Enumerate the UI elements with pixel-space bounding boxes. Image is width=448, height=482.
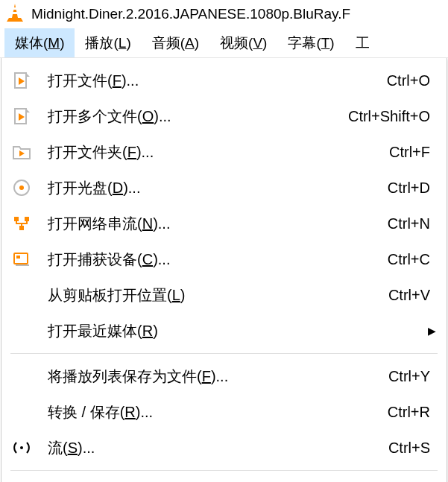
menu-item-label: 打开文件(F)... [48, 71, 387, 91]
menu-item-label: 打开网络串流(N)... [48, 214, 388, 234]
svg-marker-8 [26, 109, 30, 112]
folder-play-icon [12, 142, 31, 162]
network-icon [12, 214, 31, 233]
blank-icon [12, 321, 31, 340]
menu-item-shortcut: Ctrl+S [388, 440, 430, 457]
svg-point-12 [19, 185, 24, 190]
vlc-cone-icon [6, 3, 24, 26]
disc-icon [12, 178, 31, 197]
menu-item-shortcut: Ctrl+D [388, 180, 430, 197]
menubar-item-tools[interactable]: 工 [345, 28, 380, 57]
menu-item-open-recent[interactable]: 打开最近媒体(R) ▶ [1, 313, 447, 349]
menu-item-shortcut: Ctrl+Shift+O [348, 108, 430, 125]
menu-item-shortcut: Ctrl+V [388, 287, 430, 304]
window-titlebar: Midnight.Diner.2.2016.JAPANESE.1080p.Blu… [0, 0, 448, 28]
menu-item-label: 打开最近媒体(R) [48, 321, 430, 341]
menubar-item-subtitle[interactable]: 字幕(T) [277, 28, 344, 57]
window-title: Midnight.Diner.2.2016.JAPANESE.1080p.Blu… [31, 6, 350, 22]
capture-device-icon [12, 250, 31, 269]
menu-item-label: 打开捕获设备(C)... [48, 250, 388, 270]
menubar: 媒体(M) 播放(L) 音频(A) 视频(V) 字幕(T) 工 [0, 28, 448, 58]
menu-item-shortcut: Ctrl+R [388, 404, 430, 421]
menu-item-label: 打开光盘(D)... [48, 178, 388, 198]
menu-item-label: 将播放列表保存为文件(F)... [48, 367, 388, 387]
menu-item-open-clipboard[interactable]: 从剪贴板打开位置(L) Ctrl+V [1, 277, 447, 313]
svg-marker-0 [12, 4, 18, 18]
menu-item-label: 转换 / 保存(R)... [48, 402, 388, 422]
stream-icon [12, 438, 31, 457]
menu-item-label: 流(S)... [48, 438, 388, 458]
svg-rect-16 [14, 253, 28, 264]
menu-item-stream[interactable]: 流(S)... Ctrl+S [1, 430, 447, 466]
file-play-icon [12, 107, 31, 126]
svg-rect-14 [25, 217, 29, 221]
menu-item-save-playlist[interactable]: 将播放列表保存为文件(F)... Ctrl+Y [1, 358, 447, 394]
menu-item-convert-save[interactable]: 转换 / 保存(R)... Ctrl+R [1, 394, 447, 430]
menu-item-shortcut: Ctrl+N [388, 215, 430, 232]
blank-icon [12, 285, 31, 305]
svg-marker-9 [19, 113, 25, 121]
menu-item-label: 打开文件夹(F)... [48, 142, 389, 162]
svg-marker-10 [19, 150, 25, 156]
menu-separator [10, 470, 438, 471]
menu-item-shortcut: Ctrl+F [389, 144, 430, 161]
menu-item-open-file[interactable]: 打开文件(F)... Ctrl+O [1, 63, 447, 98]
menu-separator [10, 353, 438, 354]
menu-item-shortcut: Ctrl+C [388, 251, 430, 268]
menu-item-label: 打开多个文件(O)... [48, 107, 348, 127]
media-menu-dropdown: 打开文件(F)... Ctrl+O 打开多个文件(O)... Ctrl+Shif… [1, 58, 447, 482]
menu-item-quit-at-end[interactable]: 在播放列表末端退出 [1, 475, 447, 482]
blank-icon [12, 402, 31, 422]
svg-rect-1 [13, 7, 17, 10]
svg-rect-2 [12, 12, 18, 14]
file-play-icon [12, 71, 31, 90]
menubar-item-media[interactable]: 媒体(M) [4, 28, 75, 57]
menu-item-shortcut: Ctrl+Y [388, 368, 430, 385]
blank-icon [12, 367, 31, 386]
svg-point-19 [20, 446, 23, 449]
menu-item-open-network[interactable]: 打开网络串流(N)... Ctrl+N [1, 206, 447, 241]
menubar-item-video[interactable]: 视频(V) [209, 28, 277, 57]
menu-item-shortcut: Ctrl+O [387, 72, 430, 89]
svg-marker-5 [26, 73, 30, 77]
svg-rect-13 [14, 217, 19, 221]
menu-item-open-multiple[interactable]: 打开多个文件(O)... Ctrl+Shift+O [1, 98, 447, 134]
menubar-item-playback[interactable]: 播放(L) [75, 28, 141, 57]
menu-item-label: 从剪贴板打开位置(L) [48, 285, 388, 305]
svg-marker-6 [19, 77, 25, 85]
svg-rect-17 [16, 256, 20, 259]
menu-item-open-capture[interactable]: 打开捕获设备(C)... Ctrl+C [1, 241, 447, 277]
menu-item-open-folder[interactable]: 打开文件夹(F)... Ctrl+F [1, 134, 447, 170]
svg-marker-3 [7, 18, 23, 22]
svg-rect-15 [19, 226, 24, 230]
submenu-arrow-icon: ▶ [428, 325, 436, 337]
menu-item-open-disc[interactable]: 打开光盘(D)... Ctrl+D [1, 170, 447, 206]
menubar-item-audio[interactable]: 音频(A) [142, 28, 209, 57]
